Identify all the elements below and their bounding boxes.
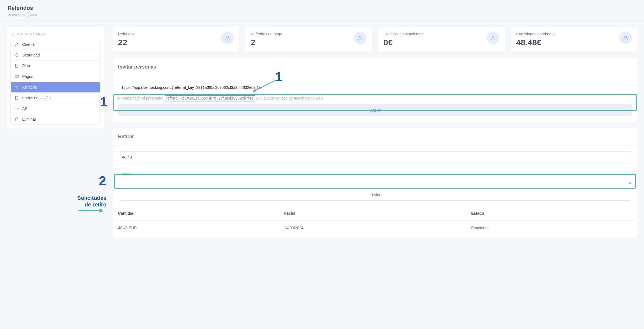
user-icon bbox=[15, 42, 19, 47]
sidebar-item-eliminar[interactable]: Eliminar bbox=[11, 114, 100, 124]
page-header: Referidos overtracking.com bbox=[0, 0, 644, 21]
table-row: 48.48 EUR 24/09/2024 Pendiente bbox=[115, 221, 635, 235]
cell-status: Pendiente bbox=[469, 221, 635, 235]
col-amount: Cantidad bbox=[115, 206, 281, 221]
stat-label: Referidos bbox=[118, 32, 135, 36]
sidebar-item-afiliados[interactable]: Afiliados bbox=[11, 82, 100, 92]
stat-label: Comisiones aprobadas bbox=[516, 32, 556, 36]
stat-value: 48.48€ bbox=[516, 38, 556, 47]
col-status: Estado bbox=[469, 206, 635, 221]
page-subtitle: overtracking.com bbox=[8, 12, 636, 17]
person-icon bbox=[354, 32, 366, 44]
stat-label: Comisiones pendientes bbox=[383, 32, 424, 36]
sidebar-item-inicios[interactable]: Inicios de sesión bbox=[11, 92, 100, 103]
withdraw-card: Retirar Enviar Cantidad Fecha Estado bbox=[113, 128, 637, 238]
stats-row: Referidos 22 Referidos de pago 2 Comis bbox=[113, 27, 637, 52]
stat-value: 0€ bbox=[383, 38, 424, 47]
stat-comisiones-aprobadas: Comisiones aprobadas 48.48€ bbox=[511, 27, 638, 52]
svg-rect-4 bbox=[15, 75, 18, 78]
stat-value: 22 bbox=[118, 38, 135, 47]
cell-date: 24/09/2024 bbox=[281, 221, 468, 235]
sidebar-item-label: Seguridad bbox=[22, 53, 40, 57]
withdraw-amount-input[interactable] bbox=[118, 151, 632, 163]
sidebar-item-label: Plan bbox=[22, 64, 30, 68]
person-icon bbox=[487, 32, 499, 44]
file-icon bbox=[15, 64, 19, 68]
stat-value: 2 bbox=[251, 38, 282, 47]
person-icon bbox=[221, 32, 234, 44]
withdraw-title: Retirar bbox=[113, 128, 637, 146]
stat-referidos: Referidos 22 bbox=[113, 27, 239, 52]
copy-button[interactable]: Copiar bbox=[118, 104, 632, 116]
stat-referidos-pago: Referidos de pago 2 bbox=[245, 27, 372, 52]
withdraw-requests-table: Cantidad Fecha Estado 48.48 EUR 24/09/20… bbox=[115, 206, 635, 235]
page-title: Referidos bbox=[8, 5, 636, 11]
annotation-arrow-solicitudes bbox=[77, 208, 106, 213]
svg-point-8 bbox=[226, 36, 228, 38]
sidebar-item-label: Pagos bbox=[22, 74, 33, 79]
shield-icon bbox=[15, 53, 19, 57]
svg-point-0 bbox=[16, 43, 17, 44]
cell-amount: 48.48 EUR bbox=[115, 221, 281, 235]
sidebar-item-plan[interactable]: Plan bbox=[11, 60, 100, 71]
sidebar-item-pagos[interactable]: Pagos bbox=[11, 71, 100, 82]
referral-param-code: referral_key=3911a385c3b7b62cf3a9bf2832e… bbox=[165, 95, 255, 101]
person-icon bbox=[619, 32, 632, 44]
invite-card: Invitar personas Puede añadir el parámet… bbox=[113, 58, 637, 122]
referral-link-input[interactable] bbox=[118, 82, 632, 93]
stat-label: Referidos de pago bbox=[251, 32, 282, 36]
invite-title: Invitar personas bbox=[113, 58, 637, 76]
sidebar-heading: AJUSTES DEL MENÚ bbox=[10, 32, 100, 39]
svg-point-11 bbox=[625, 36, 626, 38]
col-date: Fecha bbox=[281, 206, 468, 221]
users-icon bbox=[15, 85, 19, 89]
settings-sidebar: AJUSTES DEL MENÚ Cuenta Seguridad Plan bbox=[7, 27, 104, 129]
annotation-label-solicitudes: Solicitudes de retiro bbox=[75, 195, 107, 208]
code-icon bbox=[15, 106, 19, 111]
svg-point-7 bbox=[17, 86, 18, 87]
svg-point-6 bbox=[16, 86, 17, 87]
trash-icon bbox=[15, 117, 19, 121]
card-icon bbox=[15, 74, 19, 79]
stat-comisiones-pendientes: Comisiones pendientes 0€ bbox=[378, 27, 505, 52]
sidebar-item-api[interactable]: API bbox=[11, 103, 100, 114]
sidebar-item-cuenta[interactable]: Cuenta bbox=[11, 39, 100, 50]
document-icon bbox=[15, 96, 19, 100]
sidebar-item-label: Afiliados bbox=[22, 85, 37, 89]
withdraw-notes-textarea[interactable] bbox=[118, 168, 632, 184]
sidebar-item-seguridad[interactable]: Seguridad bbox=[11, 50, 100, 60]
submit-withdraw-button[interactable]: Enviar bbox=[118, 189, 632, 201]
helper-post: a cualquier enlace de nuestro sitio web. bbox=[255, 96, 324, 100]
sidebar-item-label: Cuenta bbox=[22, 42, 35, 47]
svg-point-10 bbox=[492, 36, 494, 38]
sidebar-item-label: Eliminar bbox=[22, 117, 36, 121]
svg-point-9 bbox=[359, 36, 361, 38]
sidebar-item-label: Inicios de sesión bbox=[22, 96, 51, 100]
invite-helper: Puede añadir el parámetro referral_key=3… bbox=[118, 96, 632, 100]
helper-pre: Puede añadir el parámetro bbox=[118, 96, 165, 100]
sidebar-item-label: API bbox=[22, 106, 29, 111]
annotation-num-2: 2 bbox=[99, 173, 106, 188]
